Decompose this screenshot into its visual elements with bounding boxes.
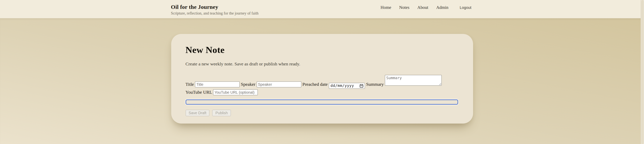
- browser-viewport: Oil for the Journey Scripture, reflectio…: [0, 0, 644, 144]
- page-title: New Note: [186, 45, 459, 55]
- preached-date-label: Preached date: [302, 82, 328, 87]
- scrollbar-thumb[interactable]: [641, 0, 644, 144]
- preached-date-input[interactable]: dd/mm/yyyy: [329, 83, 365, 89]
- site-title: Oil for the Journey: [171, 4, 258, 10]
- youtube-url-input[interactable]: [213, 89, 258, 95]
- new-note-card: New Note Create a new weekly note. Save …: [171, 34, 473, 124]
- date-placeholder-text: dd/mm/yyyy: [330, 83, 354, 88]
- youtube-url-label: YouTube URL: [186, 90, 212, 94]
- title-label: Title: [186, 82, 194, 87]
- note-body-editor-focused[interactable]: [186, 100, 458, 105]
- nav-link-about[interactable]: About: [417, 5, 428, 10]
- nav-link-admin[interactable]: Admin: [436, 5, 448, 10]
- summary-label: Summary: [366, 82, 384, 87]
- new-note-form: Title Speaker Preached date dd/mm/yyyy S…: [186, 75, 458, 117]
- nav-link-notes[interactable]: Notes: [399, 5, 409, 10]
- summary-textarea[interactable]: [385, 75, 442, 86]
- main-nav: HomeNotesAboutAdminLogout: [380, 5, 473, 10]
- page-main: New Note Create a new weekly note. Save …: [0, 18, 644, 144]
- card-description: Create a new weekly note. Save as draft …: [186, 62, 459, 66]
- site-header: Oil for the Journey Scripture, reflectio…: [0, 0, 644, 18]
- title-input[interactable]: [195, 82, 240, 88]
- vertical-scrollbar[interactable]: [640, 0, 644, 144]
- form-actions: Save DraftPublish: [186, 110, 458, 116]
- save-draft-button[interactable]: Save Draft: [186, 110, 210, 116]
- site-branding: Oil for the Journey Scripture, reflectio…: [171, 4, 258, 16]
- logout-button[interactable]: Logout: [458, 5, 473, 10]
- site-tagline: Scripture, reflection, and teaching for …: [171, 11, 258, 16]
- calendar-icon[interactable]: [360, 84, 363, 88]
- publish-button[interactable]: Publish: [212, 110, 231, 116]
- speaker-input[interactable]: [256, 82, 301, 88]
- nav-link-home[interactable]: Home: [380, 5, 391, 10]
- speaker-label: Speaker: [241, 82, 256, 87]
